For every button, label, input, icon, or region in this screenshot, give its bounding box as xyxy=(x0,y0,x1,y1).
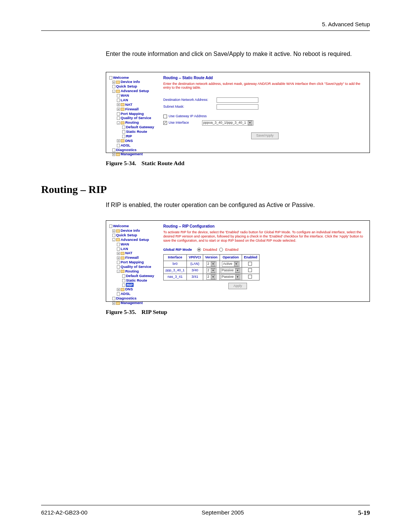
tree-qos[interactable]: Quality of Service xyxy=(109,116,161,120)
save-apply-button[interactable]: Save/Apply xyxy=(251,132,279,139)
tree-advanced-setup[interactable]: -Advanced Setup xyxy=(109,89,161,93)
label-rip-mode: Global RIP Mode xyxy=(163,247,192,252)
apply-button[interactable]: Apply xyxy=(228,283,247,290)
chapter-header: 5. Advanced Setup xyxy=(41,21,370,27)
section-heading-rip: Routing – RIP xyxy=(41,183,370,196)
th-enabled: Enabled xyxy=(242,254,260,261)
chevron-down-icon: ▼ xyxy=(234,262,239,266)
pane-rip: Routing -- RIP Configuration To activate… xyxy=(163,224,366,289)
th-operation: Operation xyxy=(220,254,242,261)
page-footer: 6212-A2-GB23-00 September 2005 5-19 xyxy=(41,505,370,517)
chevron-down-icon: ▼ xyxy=(211,262,215,266)
tree-firewall[interactable]: +Firewall xyxy=(109,255,161,260)
th-version: Version xyxy=(203,254,220,261)
tree-routing[interactable]: -Routing xyxy=(109,269,161,274)
tree-quick-setup[interactable]: Quick Setup xyxy=(109,84,161,89)
th-vpi: VPI/VCI xyxy=(187,254,203,261)
footer-doc-id: 6212-A2-GB23-00 xyxy=(41,509,88,517)
tree-adsl[interactable]: ADSL xyxy=(109,143,161,148)
tree-diagnostics[interactable]: Diagnostics xyxy=(109,148,161,152)
tree-nat[interactable]: +NAT xyxy=(109,251,161,255)
tree-default-gateway[interactable]: Default Gateway xyxy=(109,125,161,129)
chevron-down-icon: ▼ xyxy=(248,121,252,125)
tree-dns[interactable]: +DNS xyxy=(109,287,161,291)
tree-rip[interactable]: RIP xyxy=(109,134,161,139)
pane-static-route: Routing -- Static Route Add Enter the de… xyxy=(163,75,366,139)
select-version[interactable]: 2▼ xyxy=(206,261,217,267)
select-version[interactable]: 2▼ xyxy=(206,274,217,280)
tree-management[interactable]: +Management xyxy=(109,152,161,156)
intro-paragraph-1: Enter the route information and click on… xyxy=(106,50,370,58)
tree-lan[interactable]: LAN xyxy=(109,247,161,251)
chevron-down-icon: ▼ xyxy=(211,268,215,273)
select-interface[interactable]: pppoa_3_40_1/ppp_3_40_1▼ xyxy=(202,120,253,126)
tree-routing[interactable]: -Routing xyxy=(109,120,161,125)
checkbox-interface[interactable] xyxy=(163,121,167,125)
nav-tree: Welcome +Device Info Quick Setup -Advanc… xyxy=(109,75,161,157)
tree-rip-highlighted[interactable]: RIP xyxy=(109,283,161,287)
th-interface: Interface xyxy=(164,254,187,261)
tree-qos[interactable]: Quality of Service xyxy=(109,264,161,269)
figure-rip-setup: Welcome +Device Info Quick Setup -Advanc… xyxy=(106,220,370,302)
table-row: ppp_3_40_1 3/40 2▼ Passive▼ xyxy=(164,267,260,274)
chevron-down-icon: ▼ xyxy=(235,268,240,273)
label-dest: Destination Network Address: xyxy=(163,98,217,102)
table-row: br0 (LAN) 2▼ Active▼ xyxy=(164,261,260,267)
footer-date: September 2005 xyxy=(202,509,244,517)
radio-enabled[interactable] xyxy=(219,248,223,252)
figure-static-route-add: Welcome +Device Info Quick Setup -Advanc… xyxy=(106,72,370,153)
tree-wan[interactable]: WAN xyxy=(109,93,161,98)
select-operation[interactable]: Passive▼ xyxy=(221,268,241,273)
tree-adsl[interactable]: ADSL xyxy=(109,291,161,296)
label-gateway: Use Gateway IP Address xyxy=(169,114,218,119)
input-mask[interactable] xyxy=(217,104,258,110)
table-row: nas_3_41 3/41 2▼ Passive▼ xyxy=(164,274,260,280)
tree-port-mapping[interactable]: Port Mapping xyxy=(109,260,161,264)
pane-title: Routing -- Static Route Add xyxy=(163,75,366,80)
figure-caption-2: Figure 5-35.RIP Setup xyxy=(106,309,370,315)
label-disabled: Disabled xyxy=(203,247,217,252)
figure-caption-1: Figure 5-34.Static Route Add xyxy=(106,160,370,167)
label-enabled: Enabled xyxy=(225,247,239,252)
tree-welcome[interactable]: Welcome xyxy=(109,75,161,80)
tree-diagnostics[interactable]: Diagnostics xyxy=(109,296,161,301)
rip-table: Interface VPI/VCI Version Operation Enab… xyxy=(163,254,260,280)
input-dest[interactable] xyxy=(217,97,258,103)
header-rule xyxy=(41,30,370,31)
checkbox-gateway[interactable] xyxy=(163,115,167,118)
checkbox-enabled[interactable] xyxy=(248,275,252,279)
radio-disabled[interactable] xyxy=(197,248,201,252)
select-operation[interactable]: Active▼ xyxy=(222,261,240,267)
tree-firewall[interactable]: +Firewall xyxy=(109,107,161,111)
pane-desc: Enter the destination network address, s… xyxy=(163,82,366,90)
tree-advanced-setup[interactable]: -Advanced Setup xyxy=(109,237,161,242)
chevron-down-icon: ▼ xyxy=(235,275,240,279)
tree-lan[interactable]: LAN xyxy=(109,98,161,102)
tree-quick-setup[interactable]: Quick Setup xyxy=(109,233,161,237)
tree-device-info[interactable]: +Device Info xyxy=(109,80,161,84)
tree-wan[interactable]: WAN xyxy=(109,242,161,247)
tree-static-route[interactable]: Static Route xyxy=(109,278,161,283)
tree-default-gateway[interactable]: Default Gateway xyxy=(109,274,161,278)
checkbox-enabled[interactable] xyxy=(248,262,252,266)
select-version[interactable]: 2▼ xyxy=(206,268,217,273)
intro-paragraph-2: If RIP is enabled, the router operation … xyxy=(106,201,370,209)
tree-static-route[interactable]: Static Route xyxy=(109,129,161,134)
pane-desc: To activate RIP for the device, select t… xyxy=(163,230,366,242)
label-mask: Subnet Mask: xyxy=(163,105,217,109)
checkbox-enabled[interactable] xyxy=(248,268,252,272)
chevron-down-icon: ▼ xyxy=(211,275,215,279)
nav-tree-2: Welcome +Device Info Quick Setup -Advanc… xyxy=(109,224,161,305)
tree-port-mapping[interactable]: Port Mapping xyxy=(109,111,161,116)
label-interface: Use Interface xyxy=(169,121,202,125)
tree-dns[interactable]: +DNS xyxy=(109,139,161,143)
tree-nat[interactable]: +NAT xyxy=(109,102,161,107)
pane-title: Routing -- RIP Configuration xyxy=(163,224,366,229)
select-operation[interactable]: Passive▼ xyxy=(221,274,241,280)
tree-device-info[interactable]: +Device Info xyxy=(109,228,161,233)
tree-welcome[interactable]: Welcome xyxy=(109,224,161,228)
tree-management[interactable]: +Management xyxy=(109,301,161,305)
footer-page-number: 5-19 xyxy=(358,509,370,517)
